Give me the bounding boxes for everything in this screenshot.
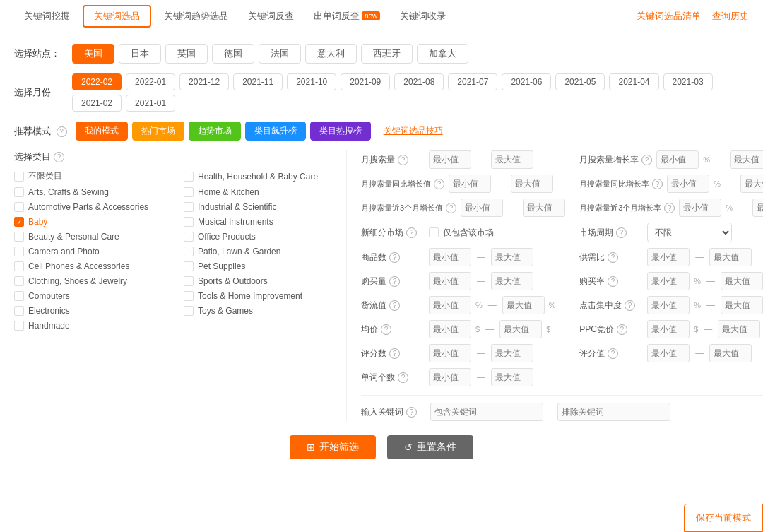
checkbox-automotive[interactable] — [14, 202, 24, 212]
category-clothing[interactable]: Clothing, Shoes & Jewelry — [14, 276, 177, 286]
month-2021-08[interactable]: 2021-08 — [394, 73, 444, 90]
buy-volume-max[interactable] — [491, 272, 533, 290]
checkbox-industrial[interactable] — [184, 202, 194, 212]
nav-keyword-collection[interactable]: 关键词收录 — [390, 0, 456, 32]
product-count-max[interactable] — [491, 248, 533, 266]
rating-help[interactable]: ? — [389, 348, 400, 359]
mode-trend-market[interactable]: 趋势市场 — [189, 122, 241, 141]
month-search-growth-max[interactable] — [730, 150, 763, 169]
supply-demand-help[interactable]: ? — [608, 252, 618, 263]
start-filter-button[interactable]: ⊞ 开始筛选 — [290, 435, 376, 459]
month-search-yoy-rate-min[interactable] — [667, 175, 709, 193]
category-patio-lawn[interactable]: Patio, Lawn & Garden — [184, 247, 346, 256]
category-toys-games[interactable]: Toys & Games — [184, 306, 346, 316]
category-camera[interactable]: Camera and Photo — [14, 247, 177, 256]
keyword-exclude-input[interactable] — [557, 403, 670, 421]
month-search-3m-rate-min[interactable] — [679, 199, 721, 217]
nav-keyword-review[interactable]: 关键词反查 — [238, 0, 304, 32]
flow-value-min[interactable] — [429, 296, 471, 314]
buy-rate-max[interactable] — [721, 272, 763, 290]
checkbox-musical[interactable] — [184, 217, 194, 227]
keyword-include-input[interactable] — [430, 403, 543, 421]
checkbox-office-products[interactable] — [184, 232, 194, 242]
month-2021-03[interactable]: 2021-03 — [663, 73, 713, 90]
nav-keyword-trend[interactable]: 关键词趋势选品 — [154, 0, 238, 32]
month-search-3m-max[interactable] — [523, 199, 565, 217]
checkbox-all[interactable] — [14, 172, 24, 182]
nav-keyword-selection[interactable]: 关键词选品 — [83, 5, 151, 28]
month-search-3m-rate-help[interactable]: ? — [664, 203, 675, 213]
mode-category-rise[interactable]: 类目飙升榜 — [245, 122, 306, 141]
checkbox-health-household[interactable] — [184, 172, 194, 182]
month-2021-09[interactable]: 2021-09 — [341, 73, 390, 90]
month-search-3m-help[interactable]: ? — [446, 203, 456, 213]
mode-help-icon[interactable]: ? — [57, 126, 67, 137]
nav-keyword-export[interactable]: 出单词反查 new — [304, 0, 390, 32]
month-search-yoy-max[interactable] — [511, 175, 553, 193]
ppc-bid-help[interactable]: ? — [617, 324, 627, 335]
market-period-select[interactable]: 不限 成长期 成熟期 衰退期 — [647, 223, 732, 242]
category-handmade[interactable]: Handmade — [14, 321, 177, 331]
checkbox-arts-crafts[interactable] — [14, 187, 24, 197]
month-2021-06[interactable]: 2021-06 — [502, 73, 551, 90]
month-search-yoy-min[interactable] — [449, 175, 491, 193]
market-period-help[interactable]: ? — [616, 227, 627, 238]
month-search-help[interactable]: ? — [398, 155, 408, 165]
category-electronics[interactable]: Electronics — [14, 306, 177, 316]
category-computers[interactable]: Computers — [14, 291, 177, 301]
category-office-products[interactable]: Office Products — [184, 232, 346, 242]
checkbox-computers[interactable] — [14, 291, 24, 301]
mode-category-hot[interactable]: 类目热搜榜 — [310, 122, 371, 141]
month-2021-05[interactable]: 2021-05 — [555, 73, 605, 90]
checkbox-pet-supplies[interactable] — [184, 261, 194, 271]
month-2021-10[interactable]: 2021-10 — [287, 73, 336, 90]
country-es[interactable]: 西班牙 — [361, 44, 413, 64]
save-current-mode-button[interactable]: 保存当前模式 — [684, 504, 763, 532]
avg-price-help[interactable]: ? — [381, 324, 391, 335]
checkbox-beauty[interactable] — [14, 232, 24, 242]
category-baby[interactable]: ✓ Baby — [14, 217, 177, 227]
avg-price-min[interactable] — [429, 320, 471, 338]
category-cell-phones[interactable]: Cell Phones & Accessories — [14, 261, 177, 271]
product-count-min[interactable] — [429, 248, 471, 266]
reset-condition-button[interactable]: ↺ 重置条件 — [387, 435, 473, 459]
month-search-yoy-rate-max[interactable] — [740, 175, 763, 193]
month-2021-12[interactable]: 2021-12 — [179, 73, 229, 90]
country-jp[interactable]: 日本 — [119, 44, 161, 64]
month-search-3m-min[interactable] — [461, 199, 503, 217]
word-count-help[interactable]: ? — [398, 372, 408, 383]
category-industrial[interactable]: Industrial & Scientific — [184, 202, 346, 212]
country-de[interactable]: 德国 — [212, 44, 254, 64]
checkbox-camera[interactable] — [14, 247, 24, 256]
buy-volume-help[interactable]: ? — [389, 276, 400, 287]
click-concentration-max[interactable] — [721, 296, 763, 314]
rating-score-help[interactable]: ? — [608, 348, 618, 359]
checkbox-patio-lawn[interactable] — [184, 247, 194, 256]
avg-price-max[interactable] — [499, 320, 542, 338]
word-count-min[interactable] — [429, 368, 471, 386]
keyword-input-help[interactable]: ? — [406, 407, 417, 418]
country-uk[interactable]: 英国 — [165, 44, 208, 64]
category-musical[interactable]: Musical Instruments — [184, 217, 346, 227]
nav-keyword-mining[interactable]: 关键词挖掘 — [14, 0, 80, 32]
month-search-min[interactable] — [429, 150, 471, 169]
mode-my-mode[interactable]: 我的模式 — [76, 122, 128, 141]
ppc-bid-min[interactable] — [647, 320, 690, 338]
category-pet-supplies[interactable]: Pet Supplies — [184, 261, 346, 271]
checkbox-baby[interactable]: ✓ — [14, 217, 24, 227]
buy-rate-min[interactable] — [647, 272, 690, 290]
rating-min[interactable] — [429, 344, 471, 362]
category-tools-home[interactable]: Tools & Home Improvement — [184, 291, 346, 301]
month-2021-07[interactable]: 2021-07 — [448, 73, 497, 90]
mode-tips[interactable]: 关键词选品技巧 — [375, 122, 451, 141]
category-sports-outdoors[interactable]: Sports & Outdoors — [184, 276, 346, 286]
click-concentration-help[interactable]: ? — [625, 300, 635, 311]
click-concentration-min[interactable] — [647, 296, 690, 314]
checkbox-clothing[interactable] — [14, 276, 24, 286]
checkbox-toys-games[interactable] — [184, 306, 194, 316]
flow-value-help[interactable]: ? — [389, 300, 400, 311]
category-arts-crafts[interactable]: Arts, Crafts & Sewing — [14, 187, 177, 197]
category-home-kitchen[interactable]: Home & Kitchen — [184, 187, 346, 197]
rating-max[interactable] — [491, 344, 533, 362]
category-all[interactable]: 不限类目 — [14, 170, 177, 182]
